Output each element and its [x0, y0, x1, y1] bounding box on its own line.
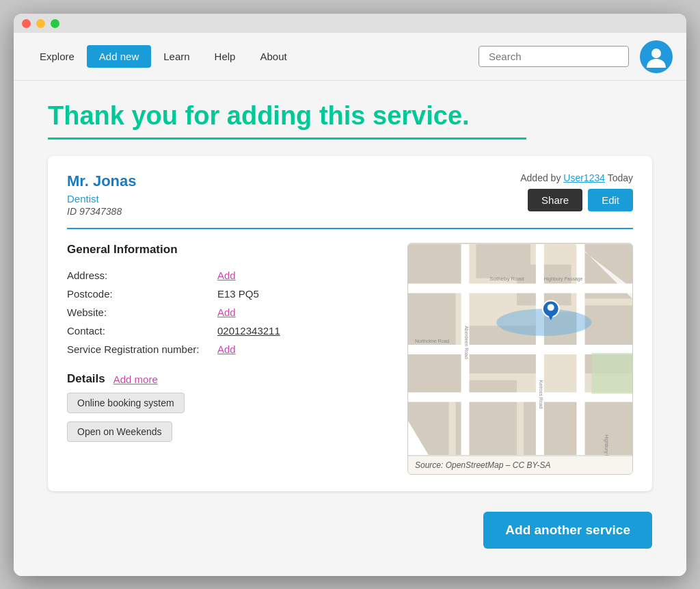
search-input[interactable] — [479, 46, 629, 67]
svg-rect-33 — [591, 353, 632, 394]
field-label: Address: — [67, 266, 217, 285]
svg-rect-17 — [408, 393, 632, 402]
service-id: ID 97347388 — [67, 206, 136, 217]
table-row: Address: Add — [67, 266, 391, 285]
details-section: Details Add more Online booking system O… — [67, 372, 391, 447]
field-value: Add — [217, 303, 391, 322]
svg-text:Kelross Road: Kelross Road — [539, 380, 543, 409]
svg-rect-8 — [524, 401, 578, 456]
nav-explore[interactable]: Explore — [27, 45, 87, 68]
service-card: Mr. Jonas Dentist ID 97347388 Added by U… — [48, 156, 652, 491]
details-header: Details Add more — [67, 372, 391, 386]
svg-text:Highbury Passage: Highbury Passage — [544, 276, 583, 282]
edit-button[interactable]: Edit — [588, 189, 633, 211]
nav-add-new[interactable]: Add new — [87, 45, 151, 68]
card-info: General Information Address: Add Postcod… — [67, 243, 391, 475]
svg-text:Northolme Road: Northolme Road — [415, 339, 450, 343]
add-another-service-button[interactable]: Add another service — [483, 512, 652, 549]
map-visual: Sotheby Road Northolme Road Highbury Pas… — [408, 244, 632, 456]
share-button[interactable]: Share — [528, 189, 582, 211]
svg-rect-19 — [536, 244, 544, 455]
maximize-dot[interactable] — [51, 19, 59, 28]
svg-text:Aberdeen Road: Aberdeen Road — [463, 326, 468, 359]
field-value: Add — [217, 340, 391, 358]
svg-rect-15 — [408, 284, 632, 293]
field-value: E13 PQ5 — [217, 285, 391, 303]
nav-links: Explore Add new Learn Help About — [27, 45, 479, 68]
main-content: Thank you for adding this service. Mr. J… — [14, 81, 686, 576]
card-body: General Information Address: Add Postcod… — [67, 243, 633, 475]
info-table: Address: Add Postcode: E13 PQ5 Website: … — [67, 266, 391, 358]
general-info-title: General Information — [67, 243, 391, 257]
svg-rect-16 — [408, 345, 632, 354]
add-more-link[interactable]: Add more — [113, 374, 158, 385]
bottom-action: Add another service — [48, 512, 652, 549]
close-dot[interactable] — [22, 19, 31, 28]
map-container: Sotheby Road Northolme Road Highbury Pas… — [407, 243, 633, 475]
table-row: Postcode: E13 PQ5 — [67, 285, 391, 303]
svg-rect-5 — [408, 353, 463, 394]
added-by-user-link[interactable]: User1234 — [563, 172, 605, 183]
app-window: Explore Add new Learn Help About Thank y… — [14, 14, 686, 576]
thank-you-heading: Thank you for adding this service. — [48, 101, 652, 131]
heading-divider — [48, 138, 526, 140]
svg-point-32 — [548, 304, 554, 311]
field-label: Postcode: — [67, 285, 217, 303]
svg-text:Sotheby Road: Sotheby Road — [489, 276, 524, 282]
detail-tag-1: Open on Weekends — [67, 421, 172, 442]
website-add-link[interactable]: Add — [217, 306, 236, 318]
table-row: Service Registration number: Add — [67, 340, 391, 358]
srn-add-link[interactable]: Add — [217, 343, 236, 355]
card-header-left: Mr. Jonas Dentist ID 97347388 — [67, 172, 136, 217]
action-buttons: Share Edit — [528, 189, 633, 211]
field-label: Website: — [67, 303, 217, 322]
nav-learn[interactable]: Learn — [151, 45, 202, 68]
field-label: Service Registration number: — [67, 340, 217, 358]
detail-tag-0: Online booking system — [67, 393, 185, 413]
titlebar — [14, 14, 686, 33]
field-label: Contact: — [67, 322, 217, 340]
table-row: Contact: 02012343211 — [67, 322, 391, 340]
nav-about[interactable]: About — [247, 45, 299, 68]
search-container — [479, 46, 629, 67]
detail-tags: Online booking system Open on Weekends — [67, 393, 391, 447]
avatar[interactable] — [640, 40, 673, 73]
added-by-text: Added by User1234 Today — [520, 172, 633, 183]
table-row: Website: Add — [67, 303, 391, 322]
navbar: Explore Add new Learn Help About — [14, 33, 686, 81]
contact-link[interactable]: 02012343211 — [217, 325, 280, 337]
card-header-right: Added by User1234 Today Share Edit — [520, 172, 633, 211]
service-name: Mr. Jonas — [67, 172, 136, 190]
card-header: Mr. Jonas Dentist ID 97347388 Added by U… — [67, 172, 633, 229]
details-title: Details — [67, 372, 105, 386]
svg-point-0 — [651, 49, 661, 58]
svg-rect-2 — [408, 244, 469, 285]
svg-text:Highbury New Park: Highbury New Park — [604, 434, 609, 456]
address-add-link[interactable]: Add — [217, 270, 236, 281]
field-value: Add — [217, 266, 391, 285]
field-value: 02012343211 — [217, 322, 391, 340]
service-type: Dentist — [67, 193, 136, 205]
minimize-dot[interactable] — [36, 19, 45, 28]
nav-help[interactable]: Help — [202, 45, 248, 68]
map-caption: Source: OpenStreetMap – CC BY-SA — [408, 456, 632, 474]
